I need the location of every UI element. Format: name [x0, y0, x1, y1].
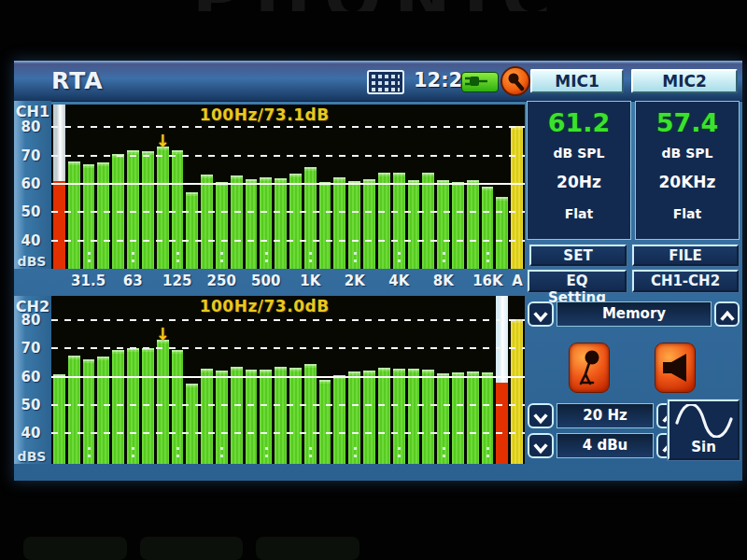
spectrum-column [97, 105, 109, 269]
spectrum-bar [348, 371, 360, 464]
spectrum-column [260, 105, 272, 269]
spectrum-bar [482, 372, 494, 464]
spectrum-column [246, 105, 258, 269]
spectrum-column [319, 105, 331, 269]
sine-generator-button[interactable]: Sin [668, 399, 740, 460]
cursor-arrow-icon: ↓ [156, 327, 170, 342]
chevron-down-icon [532, 441, 549, 455]
gridline-50db [51, 404, 525, 406]
ch1-spl-value: 61.2 [528, 108, 630, 137]
a-weight-bar [511, 319, 523, 464]
ch1-spectrum-chart: CH1 8070605040dBS 100Hz/73.1dB ↓ [14, 101, 525, 269]
spectrum-bar [216, 182, 228, 269]
y-tick-label: 40 [14, 232, 48, 249]
spectrum-column [422, 105, 434, 269]
spectrum-bar [68, 356, 80, 464]
spectrum-bar [393, 173, 405, 269]
y-tick-label: 50 [14, 397, 48, 413]
level-down-button[interactable] [528, 433, 554, 458]
spectrum-bar [68, 161, 80, 269]
spectrum-bar [246, 179, 258, 269]
spectrum-bar [127, 348, 139, 464]
spectrum-column [378, 105, 390, 269]
level-meter-lower [496, 383, 508, 464]
spectrum-column [68, 105, 80, 269]
spectrum-bar [333, 375, 345, 464]
spectrum-bar [319, 182, 331, 269]
spectrum-bar [304, 364, 317, 464]
level-meter-upper [496, 296, 508, 383]
ch1-readout-panel: 61.2 dB SPL 20Hz Flat [527, 101, 631, 240]
eq-setting-button[interactable]: EQ Setting [528, 270, 627, 292]
ch2-y-axis: CH2 8070605040dBS [14, 296, 51, 464]
generator-level-select[interactable]: 4 dBu [557, 433, 654, 458]
spectrum-column [304, 105, 317, 269]
spectrum-column: ↓ [157, 105, 169, 269]
memory-select[interactable]: Memory [557, 301, 712, 327]
spectrum-bar [408, 369, 420, 464]
file-button[interactable]: FILE [632, 245, 739, 266]
ch2-weighting-value: Flat [636, 206, 739, 221]
spectrum-bar [363, 371, 375, 464]
spectrum-bar [231, 367, 243, 464]
spectrum-bar [97, 162, 109, 269]
ch1-ch2-button[interactable]: CH1-CH2 [632, 270, 739, 292]
ch1-cursor-readout: 100Hz/73.1dB [200, 105, 330, 124]
spectrum-column [142, 105, 154, 269]
spectrum-bar [260, 177, 272, 269]
memory-up-button[interactable] [714, 301, 740, 327]
gridline-50db [51, 211, 525, 213]
set-button[interactable]: SET [529, 245, 627, 266]
spectrum-column [333, 105, 345, 269]
mic1-button[interactable]: MIC1 [530, 69, 624, 93]
spectrum-bar [246, 370, 258, 464]
y-tick-label: 60 [14, 175, 48, 192]
microphone-button[interactable] [569, 343, 610, 393]
gridline-80db [51, 126, 525, 128]
memory-down-button[interactable] [528, 301, 554, 327]
spectrum-column [231, 105, 243, 269]
speaker-button[interactable] [655, 343, 696, 393]
gridline-70db [51, 155, 525, 157]
y-axis-unit: dBS [14, 449, 49, 464]
x-axis-label: 2K [345, 273, 365, 289]
battery-icon [461, 72, 499, 92]
y-tick-label: 80 [14, 312, 48, 329]
spectrum-column [186, 105, 198, 269]
spectrum-column [216, 105, 228, 269]
spectrum-column [83, 105, 95, 269]
cursor-arrow-icon: ↓ [156, 133, 170, 148]
y-tick-label: 50 [14, 203, 48, 220]
y-tick-label: 60 [14, 369, 48, 385]
ch2-cursor-readout: 100Hz/73.0dB [200, 297, 330, 315]
x-axis-label: 31.5 [71, 273, 106, 289]
gridline-80db [51, 319, 525, 321]
sine-wave-icon [674, 404, 734, 438]
mic2-button[interactable]: MIC2 [631, 69, 738, 93]
gridline-60db [51, 183, 525, 185]
spectrum-column [289, 105, 302, 269]
ch1-axis-title: CH1 [14, 103, 51, 120]
spectrum-bar [186, 192, 198, 269]
a-weight-bar [511, 126, 523, 269]
ch1-weighting-value: Flat [528, 206, 630, 221]
spectrum-column [452, 105, 464, 269]
speaker-icon [660, 351, 690, 385]
power-plug-icon [464, 75, 494, 88]
gridline-60db [51, 376, 525, 378]
ch1-range-value: 20Hz [528, 173, 630, 191]
spectrum-column [275, 105, 287, 269]
spectrum-bar [172, 350, 184, 464]
spectrum-column [112, 105, 124, 269]
frequency-down-button[interactable] [528, 403, 554, 428]
keypad-icon [367, 70, 404, 94]
generator-frequency-select[interactable]: 20 Hz [557, 403, 654, 428]
spectrum-bar [289, 174, 302, 269]
spectrum-bar [172, 150, 184, 269]
spectrum-column [363, 105, 375, 269]
spectrum-bar [157, 340, 169, 464]
sine-button-label: Sin [669, 439, 738, 455]
spectrum-bar [482, 187, 494, 269]
y-tick-label: 70 [14, 147, 48, 164]
ch1-plot-area: 100Hz/73.1dB ↓ [51, 105, 525, 269]
